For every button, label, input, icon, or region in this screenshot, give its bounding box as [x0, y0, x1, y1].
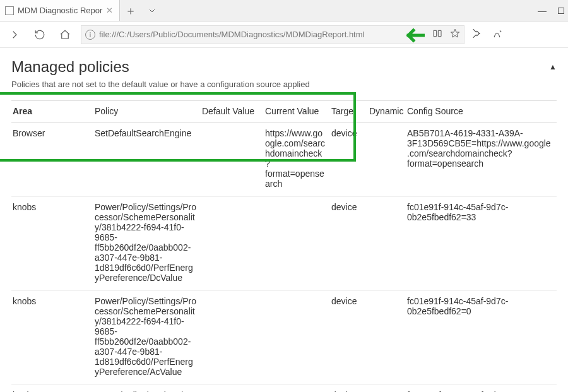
- cell-config-source: fc01e91f-914c-45af-9d7c-0b2e5fbedf62=100: [406, 385, 557, 393]
- section-subtitle: Policies that are not set to the default…: [11, 80, 557, 89]
- refresh-button[interactable]: [30, 25, 49, 44]
- browser-tab[interactable]: MDM Diagnostic Repor ✕: [0, 0, 120, 21]
- cell-area: knobs: [11, 291, 93, 385]
- cell-dynamic: [368, 291, 406, 385]
- table-row: knobs Power/Policy/Settings/Processor/Sc…: [11, 291, 557, 385]
- cell-dynamic: [368, 197, 406, 291]
- tab-title: MDM Diagnostic Repor: [18, 6, 102, 15]
- cell-dynamic: [368, 385, 406, 393]
- collapse-icon[interactable]: ▲: [549, 62, 557, 71]
- cell-policy: Power/Policy/Settings/Processor/SchemePe…: [93, 385, 201, 393]
- svg-marker-0: [451, 29, 459, 37]
- toolbar-right: [471, 28, 504, 41]
- cell-area: knobs: [11, 385, 93, 393]
- cell-default-value: [201, 291, 264, 385]
- address-bar: i file:///C:/Users/Public/Documents/MDMD…: [0, 21, 568, 48]
- section-header[interactable]: Managed policies ▲: [11, 58, 557, 76]
- favorites-hub-icon[interactable]: [471, 28, 482, 41]
- cell-current-value: [264, 291, 330, 385]
- cell-target: device: [330, 123, 368, 197]
- cell-default-value: [201, 123, 264, 197]
- col-default-value: Default Value: [201, 101, 264, 123]
- cell-current-value: [264, 197, 330, 291]
- cell-area: Browser: [11, 123, 93, 197]
- cell-target: device: [330, 197, 368, 291]
- maximize-button[interactable]: [558, 8, 564, 14]
- page-icon: [5, 6, 14, 15]
- cell-config-source: fc01e91f-914c-45af-9d7c-0b2e5fbedf62=0: [406, 291, 557, 385]
- table-header-row: Area Policy Default Value Current Value …: [11, 101, 557, 123]
- table-row: Browser SetDefaultSearchEngine https://w…: [11, 123, 557, 197]
- cell-current-value: https://www.google.com/searchdomaincheck…: [264, 123, 330, 197]
- notes-icon[interactable]: [492, 28, 504, 41]
- col-target: Target: [330, 101, 368, 123]
- cell-target: device: [330, 291, 368, 385]
- cell-default-value: [201, 197, 264, 291]
- cell-config-source: fc01e91f-914c-45af-9d7c-0b2e5fbedf62=33: [406, 197, 557, 291]
- new-tab-button[interactable]: ＋: [120, 0, 141, 21]
- titlebar: MDM Diagnostic Repor ✕ ＋ —: [0, 0, 568, 21]
- address-url: file:///C:/Users/Public/Documents/MDMDia…: [99, 30, 364, 39]
- section-title: Managed policies: [11, 58, 129, 76]
- cell-policy: Power/Policy/Settings/Processor/SchemePe…: [93, 197, 201, 291]
- table-row: knobs Power/Policy/Settings/Processor/Sc…: [11, 197, 557, 291]
- home-button[interactable]: [56, 25, 74, 44]
- col-dynamic: Dynamic: [368, 101, 406, 123]
- table-row: knobs Power/Policy/Settings/Processor/Sc…: [11, 385, 557, 393]
- reading-view-icon[interactable]: [432, 28, 442, 40]
- window-controls: —: [538, 0, 568, 21]
- cell-config-source: AB5B701A-4619-4331-A39A-3F13D569CB5E=htt…: [406, 123, 557, 197]
- close-tab-icon[interactable]: ✕: [106, 6, 113, 15]
- col-current-value: Current Value: [264, 101, 330, 123]
- col-config-source: Config Source: [406, 101, 557, 123]
- tab-actions-button[interactable]: [141, 0, 163, 21]
- tab-group: MDM Diagnostic Repor ✕ ＋: [0, 0, 163, 21]
- col-area: Area: [11, 101, 93, 123]
- cell-policy: SetDefaultSearchEngine: [93, 123, 201, 197]
- address-field[interactable]: i file:///C:/Users/Public/Documents/MDMD…: [81, 25, 464, 44]
- cell-current-value: [264, 385, 330, 393]
- cell-area: knobs: [11, 197, 93, 291]
- favorite-icon[interactable]: [450, 28, 460, 40]
- address-right-icons: [430, 28, 460, 40]
- minimize-button[interactable]: —: [538, 6, 547, 16]
- cell-dynamic: [368, 123, 406, 197]
- policies-table: Area Policy Default Value Current Value …: [11, 100, 557, 392]
- site-info-icon[interactable]: i: [85, 30, 95, 40]
- forward-button[interactable]: [5, 25, 24, 44]
- cell-policy: Power/Policy/Settings/Processor/SchemePe…: [93, 291, 201, 385]
- cell-target: device: [330, 385, 368, 393]
- annotation-arrow-icon: [399, 27, 425, 45]
- col-policy: Policy: [93, 101, 201, 123]
- page-content: Managed policies ▲ Policies that are not…: [0, 48, 568, 392]
- cell-default-value: [201, 385, 264, 393]
